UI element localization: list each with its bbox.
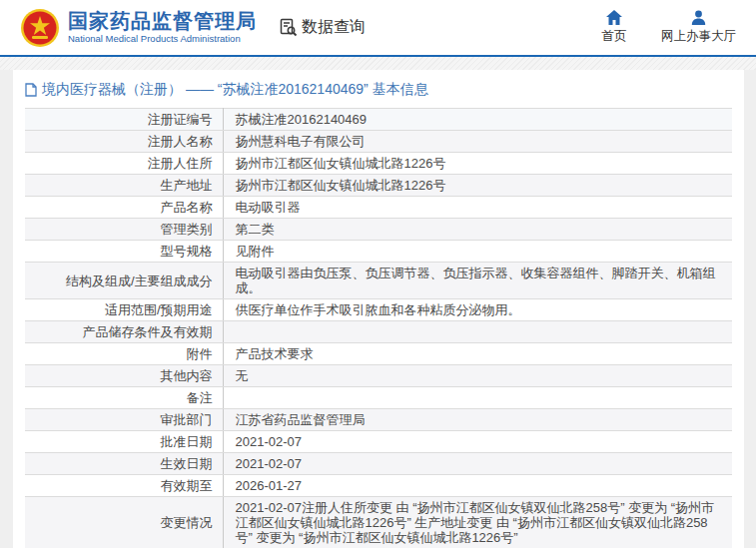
row-value: 电动吸引器 xyxy=(223,197,732,219)
brand: 国家药品监督管理局 National Medical Products Admi… xyxy=(68,10,257,44)
row-value: 苏械注准20162140469 xyxy=(223,109,732,131)
header-divider xyxy=(0,57,756,70)
table-row: 有效期至2026-01-27 xyxy=(25,475,732,497)
header-nav: 首页 网上办事大厅 xyxy=(597,10,742,45)
nav-online-service-hall[interactable]: 网上办事大厅 xyxy=(661,10,736,45)
table-row: 审批部门江苏省药品监督管理局 xyxy=(25,409,732,431)
table-row: 其他内容无 xyxy=(25,365,732,387)
row-label: 注册证编号 xyxy=(25,109,223,131)
data-query-button[interactable]: 数据查询 xyxy=(279,17,366,38)
row-label: 注册人住所 xyxy=(25,153,223,175)
row-value: 2021-02-07 xyxy=(223,453,732,475)
main-content: 境内医疗器械（注册） —— “苏械注准20162140469” 基本信息 注册证… xyxy=(13,70,744,548)
home-icon xyxy=(606,10,622,25)
row-label: 附件 xyxy=(25,343,223,365)
row-value: 无 xyxy=(223,365,732,387)
row-value: 2026-01-27 xyxy=(223,475,732,497)
row-label: 生效日期 xyxy=(25,453,223,475)
org-name-zh: 国家药品监督管理局 xyxy=(68,10,257,32)
row-label: 型号规格 xyxy=(25,241,223,263)
header: 国家药品监督管理局 National Medical Products Admi… xyxy=(0,0,756,57)
table-row: 生效日期2021-02-07 xyxy=(25,453,732,475)
row-value: 扬州市江都区仙女镇仙城北路1226号 xyxy=(223,153,732,175)
nav-service-label: 网上办事大厅 xyxy=(661,28,736,45)
row-value: 见附件 xyxy=(223,241,732,263)
document-icon xyxy=(25,83,37,97)
registration-info-table: 注册证编号苏械注准20162140469注册人名称扬州慧科电子有限公司注册人住所… xyxy=(25,108,732,548)
table-row: 生产地址扬州市江都区仙女镇仙城北路1226号 xyxy=(25,175,732,197)
nav-home-label: 首页 xyxy=(602,28,627,45)
table-row: 管理类别第二类 xyxy=(25,219,732,241)
row-label: 审批部门 xyxy=(25,409,223,431)
table-row: 结构及组成/主要组成成分电动吸引器由负压泵、负压调节器、负压指示器、收集容器组件… xyxy=(25,263,732,299)
row-value xyxy=(223,387,732,409)
row-label: 生产地址 xyxy=(25,175,223,197)
row-label: 产品储存条件及有效期 xyxy=(25,321,223,343)
nav-home[interactable]: 首页 xyxy=(597,10,631,45)
row-value: 第二类 xyxy=(223,219,732,241)
table-row: 注册人住所扬州市江都区仙女镇仙城北路1226号 xyxy=(25,153,732,175)
document-search-icon xyxy=(279,18,298,37)
row-label: 适用范围/预期用途 xyxy=(25,299,223,321)
national-emblem-logo xyxy=(20,8,60,48)
breadcrumb-text: 境内医疗器械（注册） —— “苏械注准20162140469” 基本信息 xyxy=(42,81,428,99)
row-label: 产品名称 xyxy=(25,197,223,219)
row-value: 2021-02-07 xyxy=(223,431,732,453)
row-value: 电动吸引器由负压泵、负压调节器、负压指示器、收集容器组件、脚踏开关、机箱组成。 xyxy=(223,263,732,299)
row-value xyxy=(223,321,732,343)
row-value: 2021-02-07注册人住所变更 由 “扬州市江都区仙女镇双仙北路258号” … xyxy=(223,497,732,548)
row-label: 其他内容 xyxy=(25,365,223,387)
row-label: 注册人名称 xyxy=(25,131,223,153)
table-row: 附件产品技术要求 xyxy=(25,343,732,365)
table-row: 产品名称电动吸引器 xyxy=(25,197,732,219)
org-name-en: National Medical Products Administration xyxy=(68,34,257,44)
row-label: 有效期至 xyxy=(25,475,223,497)
row-value: 产品技术要求 xyxy=(223,343,732,365)
row-value: 供医疗单位作手术吸引脓血和各种粘质分泌物用。 xyxy=(223,299,732,321)
breadcrumb: 境内医疗器械（注册） —— “苏械注准20162140469” 基本信息 xyxy=(13,79,744,108)
table-row: 批准日期2021-02-07 xyxy=(25,431,732,453)
table-row: 型号规格见附件 xyxy=(25,241,732,263)
row-label: 备注 xyxy=(25,387,223,409)
row-label: 结构及组成/主要组成成分 xyxy=(25,263,223,299)
table-row: 注册证编号苏械注准20162140469 xyxy=(25,109,732,131)
table-row: 备注 xyxy=(25,387,732,409)
user-icon xyxy=(691,10,706,25)
row-value: 扬州慧科电子有限公司 xyxy=(223,131,732,153)
table-row: 变更情况2021-02-07注册人住所变更 由 “扬州市江都区仙女镇双仙北路25… xyxy=(25,497,732,548)
table-row: 注册人名称扬州慧科电子有限公司 xyxy=(25,131,732,153)
row-value: 江苏省药品监督管理局 xyxy=(223,409,732,431)
row-value: 扬州市江都区仙女镇仙城北路1226号 xyxy=(223,175,732,197)
data-query-label: 数据查询 xyxy=(302,17,366,38)
table-row: 产品储存条件及有效期 xyxy=(25,321,732,343)
info-table-body: 注册证编号苏械注准20162140469注册人名称扬州慧科电子有限公司注册人住所… xyxy=(25,109,732,548)
table-row: 适用范围/预期用途供医疗单位作手术吸引脓血和各种粘质分泌物用。 xyxy=(25,299,732,321)
row-label: 变更情况 xyxy=(25,497,223,548)
row-label: 管理类别 xyxy=(25,219,223,241)
row-label: 批准日期 xyxy=(25,431,223,453)
